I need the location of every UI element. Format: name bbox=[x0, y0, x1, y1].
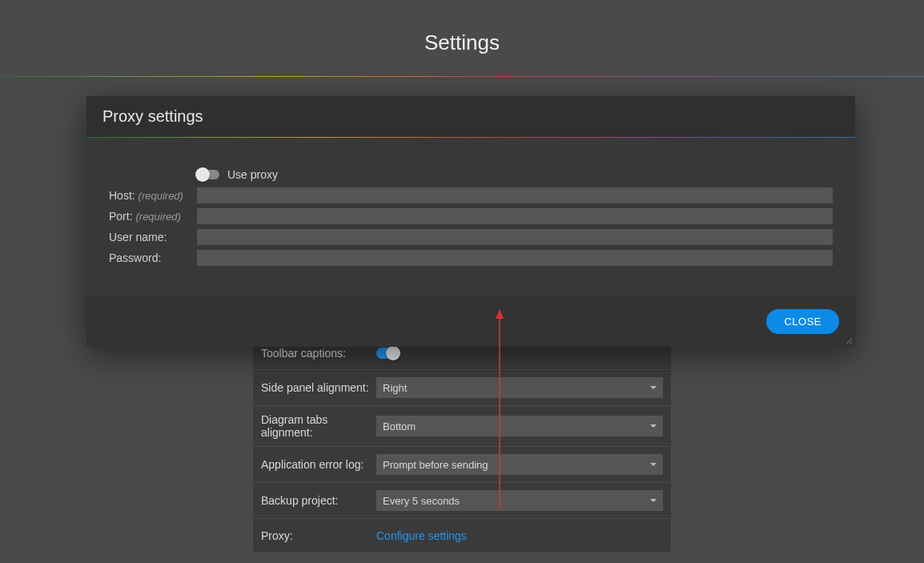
close-button[interactable]: CLOSE bbox=[766, 309, 839, 334]
modal-overlay: Proxy settings Use proxy Host: (required… bbox=[0, 0, 924, 563]
modal-body: Use proxy Host: (required) Port: (requir… bbox=[86, 138, 855, 296]
port-row: Port: (required) bbox=[109, 207, 833, 226]
use-proxy-row: Use proxy bbox=[197, 168, 833, 181]
host-input[interactable] bbox=[197, 187, 833, 203]
use-proxy-label: Use proxy bbox=[227, 168, 278, 181]
proxy-settings-modal: Proxy settings Use proxy Host: (required… bbox=[86, 96, 855, 347]
host-label: Host: (required) bbox=[109, 189, 197, 202]
modal-divider bbox=[86, 137, 855, 138]
username-input[interactable] bbox=[197, 229, 833, 245]
use-proxy-toggle[interactable] bbox=[197, 170, 219, 179]
port-input[interactable] bbox=[197, 208, 833, 224]
password-label: Password: bbox=[109, 251, 197, 264]
port-label: Port: (required) bbox=[109, 210, 197, 223]
username-label: User name: bbox=[109, 231, 197, 243]
host-row: Host: (required) bbox=[109, 186, 833, 205]
modal-footer: CLOSE bbox=[86, 296, 855, 347]
username-row: User name: bbox=[109, 227, 833, 247]
resize-handle-icon[interactable] bbox=[845, 336, 853, 344]
modal-title: Proxy settings bbox=[86, 96, 855, 137]
password-row: Password: bbox=[109, 248, 833, 267]
password-input[interactable] bbox=[197, 250, 833, 266]
